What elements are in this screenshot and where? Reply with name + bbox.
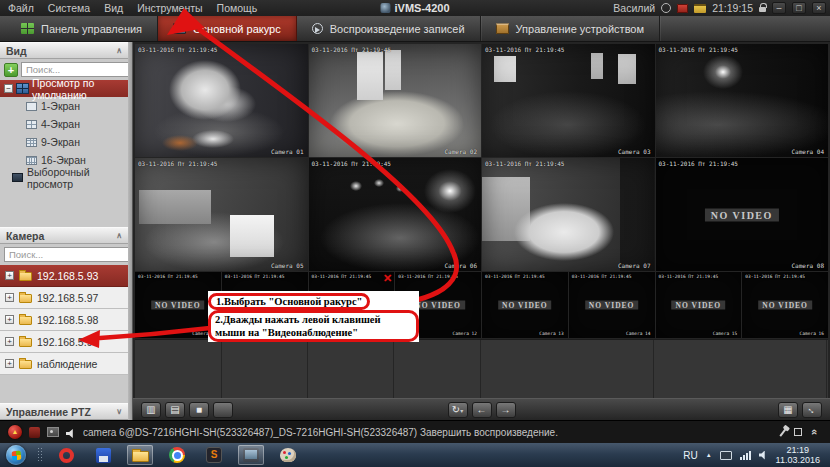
auto-switch-button[interactable]: ↻▾ bbox=[448, 402, 468, 418]
osd-timestamp: 03-11-2016 Пт 21:19:45 bbox=[312, 46, 391, 53]
collapse-icon[interactable]: ∧ bbox=[116, 231, 122, 240]
video-tile-small[interactable]: 03-11-2016 Пт 21:19:45 NO VIDEO ✕ Camera… bbox=[569, 272, 655, 338]
lock-icon[interactable] bbox=[759, 7, 766, 12]
volume-icon[interactable] bbox=[759, 451, 768, 460]
expand-node-icon[interactable]: + bbox=[5, 271, 14, 280]
restore-button[interactable]: □ bbox=[792, 2, 806, 14]
empty-video-cells[interactable] bbox=[135, 339, 828, 398]
start-button[interactable] bbox=[6, 445, 26, 465]
expand-panel-icon[interactable] bbox=[794, 428, 802, 436]
video-tile[interactable]: 03-11-2016 Пт 21:19:45 NO VIDEO Camera 0… bbox=[135, 158, 308, 271]
video-tile-small[interactable]: 03-11-2016 Пт 21:19:45 NO VIDEO ✕ Camera… bbox=[656, 272, 742, 338]
camera-device-row[interactable]: + наблюдение bbox=[0, 353, 128, 375]
tab[interactable]: Воспроизведение записей bbox=[297, 16, 481, 41]
taskbar-chrome[interactable] bbox=[164, 445, 190, 465]
tab-icon bbox=[312, 23, 323, 34]
screen-layout-item[interactable]: 1-Экран bbox=[0, 97, 128, 115]
taskbar-date: 11.03.2016 bbox=[776, 455, 820, 465]
save-view-button[interactable]: ▥ bbox=[141, 402, 161, 418]
camera-device-row[interactable]: + 192.168.5.94 bbox=[0, 331, 128, 353]
menu-item[interactable]: Помощь bbox=[217, 2, 258, 14]
expand-node-icon[interactable]: + bbox=[5, 293, 14, 302]
view-search-input[interactable] bbox=[26, 64, 128, 75]
snapshot-icon[interactable] bbox=[47, 427, 59, 437]
alarm-icon[interactable]: ▲ bbox=[8, 425, 22, 439]
taskbar-clock[interactable]: 21:19 11.03.2016 bbox=[776, 445, 824, 465]
paint-icon bbox=[280, 448, 296, 462]
camera-device-row[interactable]: + 192.168.5.98 bbox=[0, 309, 128, 331]
expand-node-icon[interactable]: + bbox=[5, 359, 14, 368]
previous-page-button[interactable]: ← bbox=[472, 402, 492, 418]
osd-camera-label: Camera 16 bbox=[800, 331, 824, 336]
osd-camera-label: Camera 13 bbox=[539, 331, 563, 336]
tray-expand-icon[interactable]: ▲ bbox=[706, 452, 712, 458]
camera-panel-header[interactable]: Камера ∧ bbox=[0, 227, 128, 244]
screen-layout-item[interactable]: 9-Экран bbox=[0, 133, 128, 151]
osd-camera-label: Camera 05 bbox=[271, 262, 304, 269]
event-calendar-icon[interactable] bbox=[694, 4, 706, 13]
custom-view-icon bbox=[12, 173, 23, 182]
custom-view-item[interactable]: Выборочный просмотр bbox=[0, 169, 128, 186]
video-tile[interactable]: 03-11-2016 Пт 21:19:45 NO VIDEO Camera 0… bbox=[482, 44, 655, 157]
collapse-icon[interactable]: ∧ bbox=[116, 46, 122, 55]
collapse-node-icon[interactable]: − bbox=[4, 84, 13, 93]
screen-layout-item[interactable]: 4-Экран bbox=[0, 115, 128, 133]
close-tile-icon[interactable]: ✕ bbox=[383, 272, 392, 285]
grid-layout-button[interactable]: ▦ bbox=[778, 402, 798, 418]
taskbar-photo-viewer[interactable] bbox=[238, 445, 264, 465]
close-button[interactable]: × bbox=[812, 2, 826, 14]
collapse-statusbar-icon[interactable]: « bbox=[809, 429, 821, 435]
add-view-button[interactable]: + bbox=[4, 63, 18, 77]
menu-item[interactable]: Инструменты bbox=[137, 2, 202, 14]
video-tile[interactable]: 03-11-2016 Пт 21:19:45 NO VIDEO Camera 0… bbox=[309, 44, 482, 157]
taskbar-explorer[interactable] bbox=[127, 445, 153, 465]
next-page-button[interactable]: → bbox=[496, 402, 516, 418]
taskbar-save-app[interactable] bbox=[90, 445, 116, 465]
camera-device-row[interactable]: + 192.168.5.97 bbox=[0, 287, 128, 309]
fullscreen-button[interactable]: ↔ bbox=[802, 402, 822, 418]
video-tile-small[interactable]: 03-11-2016 Пт 21:19:45 NO VIDEO ✕ Camera… bbox=[482, 272, 568, 338]
tab[interactable]: Панель управления bbox=[6, 16, 158, 41]
layout-button[interactable]: ▤ bbox=[165, 402, 185, 418]
taskbar-editor[interactable]: S bbox=[201, 445, 227, 465]
tab-label: Панель управления bbox=[41, 23, 142, 35]
video-tile-small[interactable]: 03-11-2016 Пт 21:19:45 NO VIDEO ✕ Camera… bbox=[742, 272, 828, 338]
video-tile[interactable]: 03-11-2016 Пт 21:19:45 NO VIDEO Camera 0… bbox=[482, 158, 655, 271]
video-tile[interactable]: 03-11-2016 Пт 21:19:45 NO VIDEO Camera 0… bbox=[656, 158, 829, 271]
expand-node-icon[interactable]: + bbox=[5, 315, 14, 324]
ptz-panel-header[interactable]: Управление PTZ ∨ bbox=[0, 403, 128, 420]
default-view-root[interactable]: − Просмотр по умолчанию bbox=[0, 80, 128, 97]
menu-item[interactable]: Вид bbox=[104, 2, 123, 14]
record-status-icon[interactable] bbox=[677, 4, 688, 13]
tab[interactable]: Основной ракурс bbox=[158, 16, 297, 41]
camera-device-row[interactable]: + 192.168.5.93 bbox=[0, 265, 128, 287]
language-indicator[interactable]: RU bbox=[683, 450, 697, 461]
view-panel-title: Вид bbox=[6, 45, 27, 57]
video-tile[interactable]: 03-11-2016 Пт 21:19:45 NO VIDEO Camera 0… bbox=[309, 158, 482, 271]
sidebar: Вид ∧ + − Просмотр по умолчанию 1-Экран bbox=[0, 42, 128, 420]
taskbar-paint[interactable] bbox=[275, 445, 301, 465]
pin-icon[interactable] bbox=[779, 428, 786, 436]
video-tile[interactable]: 03-11-2016 Пт 21:19:45 NO VIDEO Camera 0… bbox=[135, 44, 308, 157]
expand-icon[interactable]: ∨ bbox=[116, 407, 122, 416]
osd-timestamp: 03-11-2016 Пт 21:19:45 bbox=[138, 46, 217, 53]
expand-node-icon[interactable]: + bbox=[5, 337, 14, 346]
editor-icon: S bbox=[206, 447, 222, 463]
camera-search-input[interactable] bbox=[9, 249, 128, 260]
network-icon[interactable] bbox=[740, 451, 751, 460]
taskbar-opera[interactable] bbox=[53, 445, 79, 465]
audio-status-icon[interactable] bbox=[66, 429, 76, 438]
tab[interactable]: Управление устройством bbox=[481, 16, 660, 41]
screen-layout-icon bbox=[26, 138, 37, 147]
view-panel-header[interactable]: Вид ∧ bbox=[0, 42, 128, 59]
menu-item[interactable]: Система bbox=[48, 2, 90, 14]
globe-icon[interactable] bbox=[661, 3, 671, 13]
video-tile[interactable]: 03-11-2016 Пт 21:19:45 NO VIDEO Camera 0… bbox=[656, 44, 829, 157]
menu-item[interactable]: Файл bbox=[8, 2, 34, 14]
osd-timestamp: 03-11-2016 Пт 21:19:45 bbox=[659, 274, 719, 279]
action-center-icon[interactable] bbox=[720, 451, 732, 460]
stop-all-button[interactable]: ■ bbox=[189, 402, 209, 418]
minimize-button[interactable]: – bbox=[772, 2, 786, 14]
alarm-tool-icon[interactable] bbox=[29, 427, 40, 438]
audio-button[interactable] bbox=[213, 402, 233, 418]
